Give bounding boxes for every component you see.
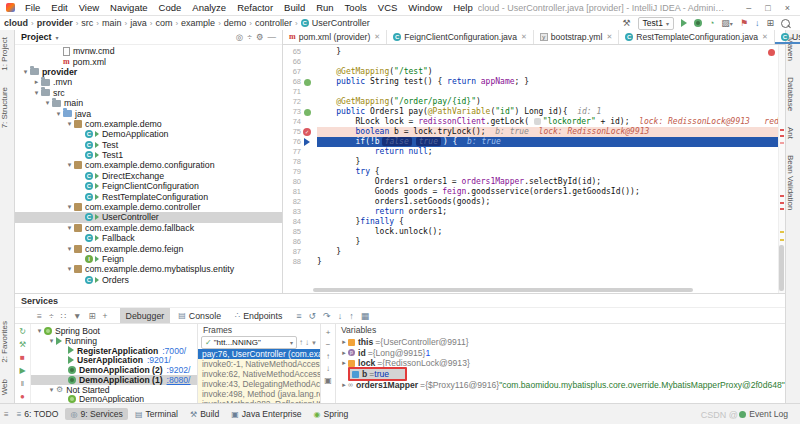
menu-run[interactable]: Run xyxy=(311,1,338,14)
settings-gear-icon[interactable]: ⚙ xyxy=(256,32,264,42)
toolwindow-button-project[interactable]: 1: Project xyxy=(0,37,9,71)
close-tab-icon[interactable]: ✕ xyxy=(521,33,527,41)
tab-endpoints[interactable]: ∴Endpoints xyxy=(229,308,288,323)
editor-line[interactable]: 84 }finally { xyxy=(283,217,779,227)
menu-window[interactable]: Window xyxy=(403,1,447,14)
toolwindow-switcher-icon[interactable]: ≡ xyxy=(4,410,9,419)
menu-file[interactable]: File xyxy=(20,1,45,14)
expand-arrow-icon[interactable]: ▸ xyxy=(340,338,348,346)
editor-gutter[interactable]: 84 xyxy=(283,217,317,227)
editor-line[interactable]: 80 Orders1 orders1 = orders1Mapper.selec… xyxy=(283,177,779,187)
options-icon[interactable]: ⊞ xyxy=(88,311,95,321)
tree-item[interactable]: UserApplication:9201/ xyxy=(31,355,197,365)
statusbar-6-todo[interactable]: ≡6: TODO xyxy=(12,408,64,420)
service-port-link[interactable]: :7000/ xyxy=(162,346,186,356)
tree-item[interactable]: CDirectExchange xyxy=(15,171,282,181)
editor-line[interactable]: 74 RLock lock = redissonClient.getLock( … xyxy=(283,117,779,127)
tree-item[interactable]: CRestTemplateConfiguration xyxy=(15,191,282,201)
editor-tab[interactable]: mpom.xml (provider)✕ xyxy=(283,30,387,44)
variable-row[interactable]: b= true xyxy=(336,369,785,380)
menu-tools[interactable]: Tools xyxy=(340,1,372,14)
tree-item[interactable]: DemoApplication (1):8080/ xyxy=(31,375,197,385)
tree-item[interactable]: ▾main xyxy=(15,98,282,108)
tree-item[interactable]: IFeign xyxy=(15,254,282,264)
expand-arrow-icon[interactable]: ▸ xyxy=(340,349,348,357)
add-watch-icon[interactable]: + xyxy=(326,328,331,337)
service-port-link[interactable]: :9201/ xyxy=(147,355,171,365)
rerun-icon[interactable]: ↺ xyxy=(309,311,317,321)
tree-item[interactable]: ▾provider xyxy=(15,67,282,77)
chevron-expanded-icon[interactable]: ▾ xyxy=(43,99,52,107)
editor-gutter[interactable]: 68 xyxy=(283,77,317,87)
tree-item[interactable]: DemoApplication (2):9202/ xyxy=(31,365,197,375)
editor-line[interactable]: 67 @GetMapping("/test") xyxy=(283,67,779,77)
breakpoint-icon[interactable]: ✓ xyxy=(301,128,313,136)
step-into-icon[interactable]: ↓ xyxy=(338,311,343,321)
editor-gutter[interactable]: 72 xyxy=(283,97,317,107)
menu-edit[interactable]: Edit xyxy=(46,1,72,14)
editor-gutter[interactable]: 81 xyxy=(283,187,317,197)
editor-gutter[interactable]: 75✓ xyxy=(283,127,317,137)
vertical-scrollbar[interactable] xyxy=(779,245,784,291)
service-port-link[interactable]: :8080/ xyxy=(167,375,191,385)
toolwindow-button-bean-validation[interactable]: Bean Validation xyxy=(786,155,795,210)
tree-item[interactable]: ▾java xyxy=(15,108,282,118)
layout-settings-icon[interactable]: ≡ xyxy=(296,311,301,321)
editor-gutter[interactable]: 87 xyxy=(283,247,317,257)
filter-frames-icon[interactable]: ▼ xyxy=(311,340,317,346)
menu-navigate[interactable]: Navigate xyxy=(105,1,153,14)
group-by-icon[interactable]: ∷ xyxy=(61,311,66,321)
editor-line[interactable]: 73 public Orders1 pay(@PathVariable("id"… xyxy=(283,107,779,117)
close-tab-icon[interactable]: ✕ xyxy=(606,33,612,41)
tree-item[interactable]: ▾Spring Boot xyxy=(31,326,197,336)
expand-arrow-icon[interactable]: ▸ xyxy=(340,381,348,389)
remove-watch-icon[interactable]: − xyxy=(326,340,331,349)
tree-item[interactable]: ▾com.example.demo.feign xyxy=(15,243,282,253)
stop-button[interactable]: ⚑ xyxy=(740,18,748,28)
tree-item[interactable]: ▾Running xyxy=(31,336,197,346)
close-button[interactable]: × xyxy=(785,3,790,13)
breadcrumb-item[interactable]: cloud xyxy=(4,18,28,28)
chevron-collapsed-icon[interactable]: ▸ xyxy=(32,78,41,86)
editor-gutter[interactable]: 83 xyxy=(283,207,317,217)
event-log-button[interactable]: Event Log xyxy=(739,409,788,419)
menu-build[interactable]: Build xyxy=(279,1,310,14)
run-button[interactable] xyxy=(681,19,687,27)
editor-gutter[interactable]: 74 xyxy=(283,117,317,127)
frame-row[interactable]: pay:76, UserController (com.examp xyxy=(198,349,320,359)
toolwindow-button-database[interactable]: Database xyxy=(786,77,795,111)
expand-arrow-icon[interactable]: ▸ xyxy=(340,359,348,367)
locate-file-icon[interactable]: ◎ xyxy=(236,32,243,42)
stop-icon[interactable]: ■ xyxy=(20,353,25,362)
statusbar-terminal[interactable]: ▤Terminal xyxy=(130,408,183,420)
tree-item[interactable]: ▾com.example.demo.controller xyxy=(15,202,282,212)
editor-tab[interactable]: CFeignClientConfiguration.java✕ xyxy=(387,30,534,44)
maximize-button[interactable]: □ xyxy=(765,3,770,13)
breadcrumb-item[interactable]: main xyxy=(102,18,122,28)
tree-item[interactable]: ▾com.example.demo xyxy=(15,119,282,129)
editor-gutter[interactable]: 86 xyxy=(283,237,317,247)
update-project-button[interactable]: ↓ xyxy=(755,18,760,28)
menu-vcs[interactable]: VCS xyxy=(373,1,403,14)
statusbar-9-services[interactable]: ◎9: Services xyxy=(65,408,128,420)
breadcrumb-item[interactable]: com xyxy=(155,18,172,28)
toolwindow-button-web[interactable]: Web xyxy=(0,379,9,395)
chevron-expanded-icon[interactable]: ▾ xyxy=(65,245,74,253)
close-tab-icon[interactable]: ✕ xyxy=(374,33,380,41)
hide-panel-icon[interactable]: — xyxy=(268,32,277,42)
chevron-expanded-icon[interactable]: ▾ xyxy=(35,327,44,335)
collapse-all-icon[interactable]: ÷ xyxy=(49,311,54,321)
editor-gutter[interactable]: 76 xyxy=(283,137,317,147)
breadcrumb-item[interactable]: demo xyxy=(224,18,247,28)
editor-gutter[interactable]: 78 xyxy=(283,157,317,167)
horizontal-scrollbar[interactable] xyxy=(313,288,693,292)
exit-icon[interactable]: ● xyxy=(20,392,25,401)
filter-icon[interactable]: ▼ xyxy=(73,311,81,321)
chevron-expanded-icon[interactable]: ▾ xyxy=(65,161,74,169)
editor-line[interactable]: 87 } xyxy=(283,247,779,257)
statusbar-spring[interactable]: ◉Spring xyxy=(309,408,354,420)
tree-item[interactable]: ▸.mvn xyxy=(15,77,282,87)
breadcrumb-item[interactable]: provider xyxy=(37,18,73,28)
editor-gutter[interactable]: 73 xyxy=(283,107,317,117)
tree-item[interactable]: RegisterApplication:7000/ xyxy=(31,346,197,356)
